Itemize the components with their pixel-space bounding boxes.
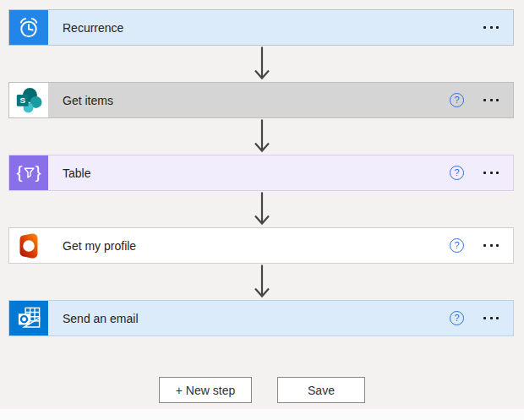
step-title: Table: [63, 166, 90, 180]
connector-arrow: [0, 264, 524, 300]
help-icon[interactable]: ?: [450, 238, 464, 253]
flow-step-list: Recurrence S Get items: [0, 0, 524, 403]
flow-step-get-my-profile[interactable]: Get my profile ?: [8, 227, 514, 264]
close-brace: }: [35, 163, 41, 183]
ellipsis-icon[interactable]: [483, 95, 499, 105]
flow-step-send-an-email[interactable]: Send an email ?: [8, 300, 514, 336]
save-button[interactable]: Save: [277, 377, 365, 403]
step-title: Recurrence: [63, 21, 123, 35]
sharepoint-icon: S: [9, 83, 48, 117]
outlook-icon: [9, 301, 48, 335]
help-icon[interactable]: ?: [450, 166, 464, 180]
step-title: Send an email: [63, 312, 139, 325]
flow-step-recurrence[interactable]: Recurrence: [8, 9, 514, 46]
flow-step-get-items[interactable]: S Get items ?: [8, 82, 514, 118]
help-glyph: ?: [454, 314, 459, 323]
connector-arrow: [0, 191, 524, 227]
step-title: Get my profile: [63, 239, 136, 253]
ellipsis-icon[interactable]: [483, 23, 499, 32]
footer-actions: + New step Save: [0, 377, 524, 403]
ellipsis-icon[interactable]: [483, 241, 499, 250]
help-icon[interactable]: ?: [450, 311, 464, 325]
alarm-clock-icon: [9, 10, 48, 45]
office365-icon: [9, 228, 48, 263]
open-brace: {: [16, 163, 22, 183]
help-glyph: ?: [454, 241, 459, 250]
flow-step-table[interactable]: { } Table ?: [8, 155, 514, 191]
help-icon[interactable]: ?: [450, 93, 464, 107]
ellipsis-icon[interactable]: [483, 168, 499, 177]
new-step-button[interactable]: + New step: [159, 377, 252, 403]
connector-arrow: [0, 46, 524, 82]
flow-designer-canvas: Recurrence S Get items: [0, 0, 524, 420]
ellipsis-icon[interactable]: [483, 314, 499, 323]
help-glyph: ?: [454, 95, 459, 105]
step-title: Get items: [63, 94, 113, 107]
svg-text:S: S: [19, 95, 25, 105]
bottom-strip: [0, 409, 524, 420]
help-glyph: ?: [454, 168, 459, 177]
braces-funnel-icon: { }: [9, 155, 48, 190]
connector-arrow: [0, 118, 524, 155]
